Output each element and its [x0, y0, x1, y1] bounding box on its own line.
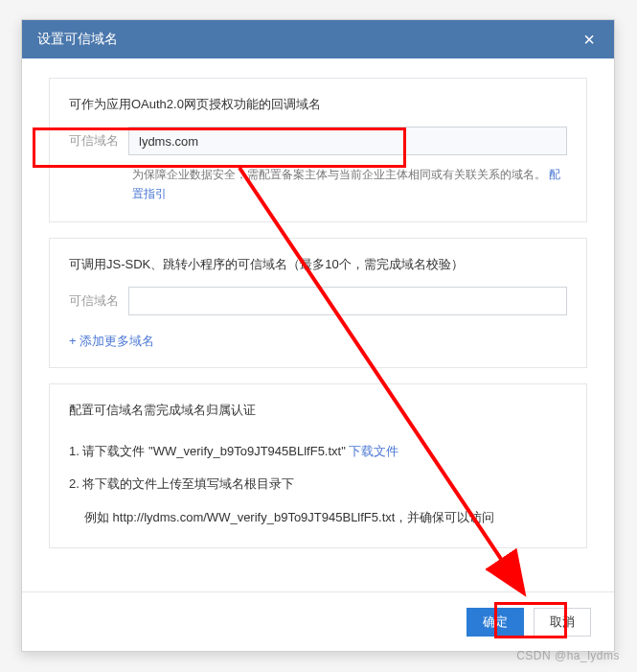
cancel-button[interactable]: 取消	[534, 608, 591, 637]
oauth-domain-label: 可信域名	[69, 132, 119, 150]
verify-section: 配置可信域名需完成域名归属认证 1. 请下载文件 "WW_verify_b9To…	[49, 383, 587, 548]
jssdk-domain-label: 可信域名	[69, 292, 119, 310]
verify-step-1: 1. 请下载文件 "WW_verify_b9To9JT945BLlfF5.txt…	[69, 440, 567, 464]
oauth-callback-section: 可作为应用OAuth2.0网页授权功能的回调域名 可信域名 为保障企业数据安全，…	[49, 78, 587, 222]
modal-title: 设置可信域名	[37, 31, 118, 48]
modal-footer: 确定 取消	[22, 591, 614, 651]
close-icon[interactable]: ×	[580, 26, 599, 53]
oauth-section-title: 可作为应用OAuth2.0网页授权功能的回调域名	[69, 96, 567, 113]
confirm-button[interactable]: 确定	[466, 608, 524, 637]
add-more-domain-link[interactable]: + 添加更多域名	[69, 333, 154, 350]
download-file-link[interactable]: 下载文件	[349, 444, 398, 458]
oauth-help-prefix: 为保障企业数据安全，需配置备案主体与当前企业主体相同或有关联关系的域名。	[132, 168, 546, 181]
modal-header: 设置可信域名 ×	[22, 20, 614, 58]
jssdk-section: 可调用JS-SDK、跳转小程序的可信域名（最多10个，需完成域名校验） 可信域名…	[49, 238, 587, 368]
verify-step-2: 2. 将下载的文件上传至填写域名根目录下	[69, 473, 567, 497]
modal-body: 可作为应用OAuth2.0网页授权功能的回调域名 可信域名 为保障企业数据安全，…	[22, 58, 614, 591]
watermark-text: CSDN @ha_lydms	[516, 649, 620, 662]
verify-step-2-sub: 例如 http://lydms.com/WW_verify_b9To9JT945…	[84, 506, 567, 530]
oauth-domain-input[interactable]	[128, 127, 567, 155]
oauth-domain-field-row: 可信域名	[69, 127, 567, 155]
jssdk-domain-field-row: 可信域名	[69, 287, 567, 315]
verify-section-title: 配置可信域名需完成域名归属认证	[69, 402, 567, 419]
oauth-help-text: 为保障企业数据安全，需配置备案主体与当前企业主体相同或有关联关系的域名。 配置指…	[132, 165, 567, 204]
jssdk-domain-input[interactable]	[128, 287, 567, 315]
trusted-domain-modal: 设置可信域名 × 可作为应用OAuth2.0网页授权功能的回调域名 可信域名 为…	[21, 19, 615, 652]
verify-step1-text: 1. 请下载文件 "WW_verify_b9To9JT945BLlfF5.txt…	[69, 444, 349, 458]
jssdk-section-title: 可调用JS-SDK、跳转小程序的可信域名（最多10个，需完成域名校验）	[69, 256, 567, 273]
